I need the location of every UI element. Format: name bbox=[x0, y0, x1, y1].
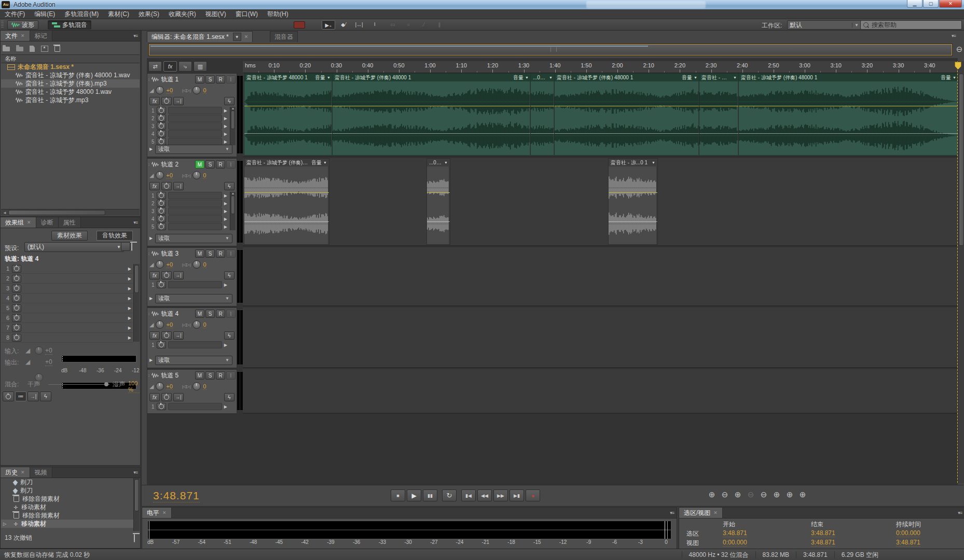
panel-menu-icon[interactable]: ▾≡ bbox=[133, 33, 137, 38]
slot-arrow-icon[interactable]: ▶ bbox=[224, 404, 227, 409]
automation-mode-select[interactable]: 读取▼ bbox=[155, 234, 232, 243]
title-bar[interactable]: Au Adobe Audition ▁ ▢ ✕ bbox=[0, 0, 964, 9]
file-row[interactable]: 未命名混音 1.sesx * bbox=[1, 63, 140, 71]
slot-arrow-icon[interactable]: ▶ bbox=[128, 326, 131, 330]
time-value[interactable]: 3:48.871 bbox=[723, 529, 747, 537]
track-fx-slot[interactable]: 5▶ bbox=[152, 223, 227, 230]
zoom-in-amplitude-icon[interactable]: ⊕ bbox=[732, 489, 743, 500]
slot-power-icon[interactable] bbox=[157, 192, 166, 199]
volume-value[interactable]: +0 bbox=[166, 261, 173, 268]
slot-power-icon[interactable] bbox=[12, 304, 21, 312]
slot-power-icon[interactable] bbox=[157, 115, 166, 122]
volume-value[interactable]: +0 bbox=[166, 87, 173, 94]
clip-volume-menu[interactable]: 音量▼ bbox=[941, 74, 956, 81]
panel-menu-icon[interactable]: ▾≡ bbox=[670, 510, 674, 515]
zoom-out-time-icon[interactable]: ⊖ bbox=[719, 489, 731, 500]
slot-arrow-icon[interactable]: ▶ bbox=[128, 335, 131, 340]
clip-volume-menu[interactable]: 音量▼ bbox=[315, 74, 330, 81]
slot-arrow-icon[interactable]: ▶ bbox=[224, 132, 227, 136]
pan-envelope-line[interactable] bbox=[531, 133, 555, 134]
track-lane[interactable]: 蛮音社 - 凉城予梦 (伴奏) 48000 1音量▼...00 1▼蛮音社 - … bbox=[243, 158, 958, 246]
slot-arrow-icon[interactable]: ▶ bbox=[224, 283, 227, 287]
app-icon[interactable]: Au bbox=[2, 1, 10, 8]
rack-slot-row[interactable]: 8▶ bbox=[1, 333, 133, 343]
freeze-icon[interactable]: ϟ bbox=[224, 182, 235, 190]
audio-clip[interactable]: 蛮音社 - 凉城予梦 (伴奏) 48000 1音量▼ bbox=[332, 73, 531, 156]
volume-envelope-line[interactable] bbox=[739, 106, 958, 106]
clear-history-icon[interactable] bbox=[134, 535, 135, 542]
menu-item-6[interactable]: 视图(V) bbox=[201, 10, 231, 19]
audio-clip[interactable]: 蛮音社 - 凉城予梦 48000 1音量▼ bbox=[244, 73, 333, 156]
automation-mode-select[interactable]: 读取▼ bbox=[155, 294, 232, 303]
pan-value[interactable]: 0 bbox=[203, 321, 206, 328]
slot-bar[interactable] bbox=[168, 130, 222, 137]
fx-power-icon[interactable] bbox=[161, 97, 172, 105]
volume-envelope-line[interactable] bbox=[427, 192, 450, 193]
zoom-reset-icon[interactable]: ⊖ bbox=[758, 489, 769, 500]
slot-power-icon[interactable] bbox=[157, 130, 166, 137]
slot-bar[interactable] bbox=[168, 115, 222, 122]
track-monitor-button[interactable]: I bbox=[226, 249, 236, 258]
rack-slot-row[interactable]: 2▶ bbox=[1, 274, 133, 284]
zoom-selection-icon[interactable]: ⊕ bbox=[797, 489, 808, 500]
pan-envelope-line[interactable] bbox=[739, 133, 958, 134]
pan-value[interactable]: 0 bbox=[203, 172, 206, 179]
fx-icon[interactable]: fx bbox=[149, 182, 160, 190]
pan-envelope-line[interactable] bbox=[427, 221, 450, 222]
track-mute-button[interactable]: M bbox=[195, 310, 204, 318]
fx-power-icon[interactable] bbox=[161, 182, 172, 190]
track-arm-button[interactable]: R bbox=[216, 371, 225, 380]
move-tool[interactable]: ▶₊ bbox=[322, 20, 335, 30]
fast-forward-button[interactable]: ▶▶ bbox=[493, 489, 508, 501]
track-arm-button[interactable]: R bbox=[216, 249, 225, 258]
tab-editor[interactable]: 编辑器: 未命名混音 1.sesx * ▼ ✕ bbox=[147, 31, 253, 42]
tab-effects-rack[interactable]: 效果组✕ bbox=[1, 217, 36, 228]
file-row[interactable]: 蛮音社 - 凉城予梦 (伴奏) 48000 1.wav bbox=[1, 71, 140, 79]
zoom-out-full-icon[interactable]: ⊖ bbox=[954, 44, 964, 54]
track-name[interactable]: 轨道 3 bbox=[161, 249, 178, 258]
razor-tool[interactable]: ◆⁄ bbox=[337, 20, 350, 29]
scroll-up-icon[interactable]: ▲ bbox=[230, 192, 236, 195]
chevron-down-icon[interactable]: ▼ bbox=[652, 161, 655, 164]
chevron-down-icon[interactable]: ▼ bbox=[444, 161, 448, 164]
files-column-header[interactable]: 名称 bbox=[1, 54, 140, 63]
slot-arrow-icon[interactable]: ▶ bbox=[224, 193, 227, 198]
track-mute-button[interactable]: M bbox=[195, 249, 204, 258]
track-arm-button[interactable]: R bbox=[216, 310, 225, 318]
menu-item-4[interactable]: 效果(S) bbox=[134, 10, 164, 19]
timeline-nav-bar[interactable] bbox=[148, 44, 953, 56]
fx-pre-post-icon[interactable]: →| bbox=[173, 331, 184, 340]
fx-power-icon[interactable] bbox=[161, 271, 172, 279]
toolbar-grip[interactable] bbox=[1, 21, 4, 29]
track-fx-slot[interactable]: 1▶ bbox=[152, 403, 227, 410]
pan-envelope-line[interactable] bbox=[333, 133, 531, 134]
timeline-ruler[interactable]: hms 0:100:200:300:400:501:001:101:201:30… bbox=[243, 61, 958, 73]
volume-envelope-line[interactable] bbox=[609, 192, 657, 193]
audio-clip[interactable]: ...00 1▼ bbox=[530, 73, 555, 156]
slot-power-icon[interactable] bbox=[157, 223, 166, 230]
track-fx-slot[interactable]: 1▶ bbox=[152, 192, 227, 199]
scroll-left-icon[interactable]: ◄ bbox=[1, 211, 8, 215]
file-row[interactable]: 蛮音社 - 凉城予梦.mp3 bbox=[1, 96, 140, 104]
volume-envelope-line[interactable] bbox=[555, 106, 699, 106]
drag-handle-icon[interactable]: ⁞ bbox=[148, 77, 149, 82]
tab-mixer[interactable]: 混音器 bbox=[270, 31, 298, 42]
fx-icon[interactable]: fx bbox=[149, 393, 160, 401]
maximize-button[interactable]: ▢ bbox=[923, 0, 939, 8]
close-icon[interactable]: ✕ bbox=[21, 470, 25, 475]
tab-levels[interactable]: 电平✕ bbox=[142, 508, 172, 518]
slot-arrow-icon[interactable]: ▶ bbox=[128, 267, 131, 271]
expand-icon[interactable]: ▶ bbox=[149, 296, 153, 301]
chevron-down-icon[interactable]: ▼ bbox=[733, 76, 737, 79]
track-fx-slot[interactable]: 4▶ bbox=[152, 215, 227, 222]
pan-value[interactable]: 0 bbox=[203, 383, 206, 390]
fx-pre-post-icon[interactable]: →| bbox=[173, 182, 184, 190]
audio-clip[interactable]: 蛮音社 - 凉...0 1▼ bbox=[608, 158, 658, 245]
close-icon[interactable]: ✕ bbox=[162, 510, 167, 515]
close-icon[interactable]: ✕ bbox=[244, 34, 249, 39]
tab-markers[interactable]: 标记 bbox=[30, 31, 52, 41]
audio-clip[interactable]: 蛮音社 - 凉城予梦 (伴奏) 48000 1音量▼ bbox=[554, 73, 700, 156]
slot-arrow-icon[interactable]: ▶ bbox=[224, 108, 227, 113]
healing-brush-tool[interactable]: ∥ bbox=[433, 20, 446, 29]
pencil-tool[interactable]: ⁄ bbox=[418, 20, 430, 29]
